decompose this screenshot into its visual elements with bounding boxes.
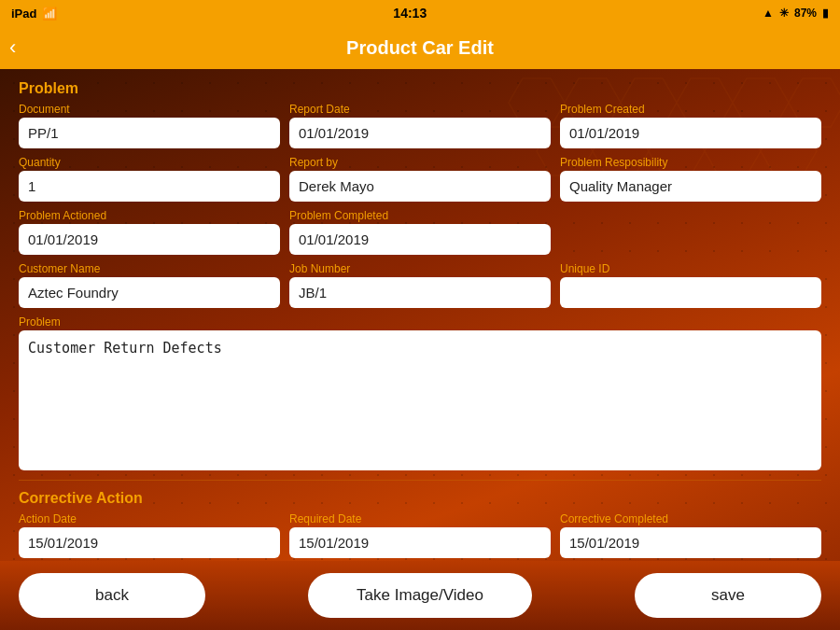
input-unique-id[interactable] bbox=[560, 277, 821, 308]
form-area: Problem Document Report Date Problem Cre… bbox=[0, 69, 840, 630]
take-image-video-button[interactable]: Take Image/Video bbox=[308, 573, 532, 618]
input-problem-responsibility[interactable] bbox=[560, 171, 821, 202]
back-arrow-button[interactable]: ‹ bbox=[9, 35, 16, 60]
status-bar: iPad 📶 14:13 ▲ ✳ 87% ▮ bbox=[0, 0, 840, 26]
col-required-date: Required Date bbox=[289, 512, 551, 558]
problem-section-title: Problem bbox=[19, 80, 821, 97]
col-problem-responsibility: Problem Resposibility bbox=[560, 156, 821, 202]
label-problem-actioned: Problem Actioned bbox=[19, 209, 280, 222]
input-customer-name[interactable] bbox=[19, 277, 280, 308]
corrective-action-section: Corrective Action Action Date Required D… bbox=[19, 490, 821, 558]
col-report-date: Report Date bbox=[289, 103, 551, 148]
input-required-date[interactable] bbox=[289, 527, 551, 558]
input-problem-actioned[interactable] bbox=[19, 224, 280, 255]
label-document: Document bbox=[19, 103, 280, 116]
label-problem-text: Problem bbox=[19, 315, 821, 329]
label-problem-created: Problem Created bbox=[560, 103, 821, 116]
label-report-by: Report by bbox=[289, 156, 551, 169]
col-corrective-completed: Corrective Completed bbox=[560, 512, 821, 558]
carrier-label: iPad bbox=[11, 7, 36, 21]
row-quantity-reportby-responsibility: Quantity Report by Problem Resposibility bbox=[19, 156, 821, 202]
status-left: iPad 📶 bbox=[11, 7, 57, 21]
textarea-problem[interactable]: Customer Return Defects bbox=[19, 330, 821, 470]
status-time: 14:13 bbox=[393, 6, 427, 21]
col-problem-created: Problem Created bbox=[560, 103, 821, 148]
input-job-number[interactable] bbox=[289, 277, 551, 308]
label-corrective-completed: Corrective Completed bbox=[560, 512, 821, 525]
label-action-date: Action Date bbox=[19, 512, 280, 525]
col-problem-text: Problem Customer Return Defects bbox=[19, 315, 821, 470]
label-report-date: Report Date bbox=[289, 103, 551, 116]
input-action-date[interactable] bbox=[19, 527, 280, 558]
save-button[interactable]: save bbox=[635, 573, 821, 618]
label-unique-id: Unique ID bbox=[560, 262, 821, 275]
input-report-by[interactable] bbox=[289, 171, 551, 202]
col-action-date: Action Date bbox=[19, 512, 280, 558]
input-problem-completed[interactable] bbox=[289, 224, 551, 255]
input-corrective-completed[interactable] bbox=[560, 527, 821, 558]
row-corrective-dates: Action Date Required Date Corrective Com… bbox=[19, 512, 821, 558]
label-customer-name: Customer Name bbox=[19, 262, 280, 275]
battery-label: 87% bbox=[794, 7, 817, 20]
bluetooth-icon: ✳ bbox=[779, 7, 789, 20]
col-report-by: Report by bbox=[289, 156, 551, 202]
main-content: Problem Document Report Date Problem Cre… bbox=[0, 69, 840, 630]
wifi-icon: 📶 bbox=[42, 7, 57, 21]
label-job-number: Job Number bbox=[289, 262, 551, 275]
row-actioned-completed: Problem Actioned Problem Completed bbox=[19, 209, 821, 255]
corrective-action-title: Corrective Action bbox=[19, 490, 821, 507]
col-unique-id: Unique ID bbox=[560, 262, 821, 308]
bottom-bar: back Take Image/Video save bbox=[0, 561, 840, 630]
label-quantity: Quantity bbox=[19, 156, 280, 169]
input-document[interactable] bbox=[19, 118, 280, 148]
section-divider bbox=[19, 480, 821, 481]
input-quantity[interactable] bbox=[19, 171, 280, 202]
title-bar: ‹ Product Car Edit bbox=[0, 26, 840, 69]
col-document: Document bbox=[19, 103, 280, 148]
col-problem-completed: Problem Completed bbox=[289, 209, 551, 255]
back-button[interactable]: back bbox=[19, 573, 205, 618]
input-report-date[interactable] bbox=[289, 118, 551, 148]
input-problem-created[interactable] bbox=[560, 118, 821, 148]
back-chevron-icon: ‹ bbox=[9, 35, 16, 60]
signal-icon: ▲ bbox=[763, 7, 774, 20]
col-quantity: Quantity bbox=[19, 156, 280, 202]
col-problem-actioned: Problem Actioned bbox=[19, 209, 280, 255]
battery-icon: ▮ bbox=[822, 7, 829, 20]
row-document-date-created: Document Report Date Problem Created bbox=[19, 103, 821, 148]
page-title: Product Car Edit bbox=[346, 37, 494, 59]
row-customer-job-uniqueid: Customer Name Job Number Unique ID bbox=[19, 262, 821, 308]
col-job-number: Job Number bbox=[289, 262, 551, 308]
label-required-date: Required Date bbox=[289, 512, 551, 525]
label-problem-completed: Problem Completed bbox=[289, 209, 551, 222]
col-customer-name: Customer Name bbox=[19, 262, 280, 308]
label-problem-responsibility: Problem Resposibility bbox=[560, 156, 821, 169]
status-right: ▲ ✳ 87% ▮ bbox=[763, 7, 829, 20]
